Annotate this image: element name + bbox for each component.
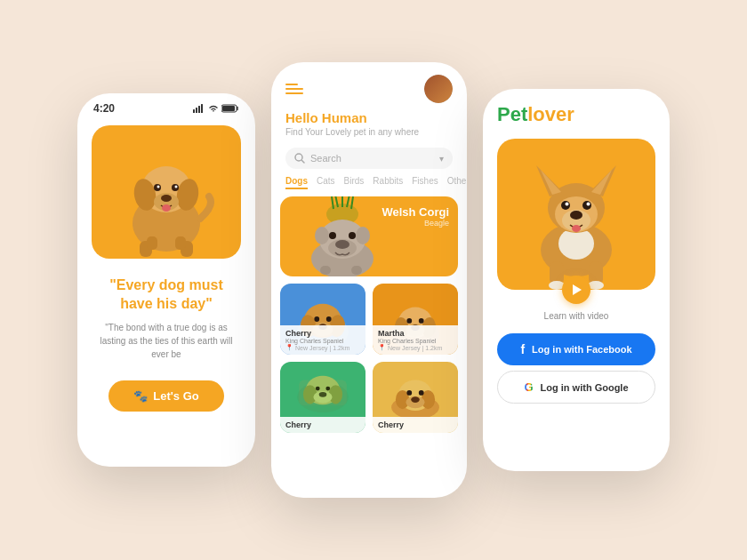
lets-go-button[interactable]: 🐾 Let's Go: [108, 380, 224, 412]
user-avatar[interactable]: [424, 75, 453, 103]
svg-point-11: [161, 195, 172, 202]
svg-rect-19: [147, 236, 157, 250]
svg-point-31: [356, 227, 370, 244]
svg-line-22: [302, 161, 305, 164]
tab-dogs[interactable]: Dogs: [285, 176, 308, 189]
phones-container: 4:20: [60, 44, 687, 516]
svg-rect-2: [198, 106, 200, 113]
google-icon: G: [524, 380, 533, 394]
tab-cats[interactable]: Cats: [317, 176, 335, 189]
quote-section: "Every dog must have his day" "The bond …: [77, 266, 255, 368]
top-bar: [271, 62, 467, 110]
cherry3-name: Cherry: [378, 420, 453, 429]
status-bar: 4:20: [77, 93, 255, 118]
svg-rect-5: [222, 106, 235, 111]
corgi-image: [518, 148, 634, 290]
google-btn-label: Log in with Google: [541, 382, 629, 393]
svg-point-66: [406, 390, 412, 396]
svg-point-42: [326, 316, 332, 322]
featured-label: Welsh Corgi Beagle: [382, 205, 449, 228]
pet-card-cherry3[interactable]: Cherry: [373, 362, 458, 433]
martha-location: 📍New Jersey | 1.2km: [378, 344, 453, 351]
main-quote: "Every dog must have his day": [92, 276, 241, 314]
svg-point-57: [319, 392, 327, 397]
paw-icon: 🐾: [133, 389, 148, 403]
featured-name: Welsh Corgi: [382, 205, 449, 219]
svg-rect-32: [320, 266, 331, 275]
time-display: 4:20: [93, 102, 115, 115]
dog-image-container: [92, 125, 241, 259]
pet-card-cherry2[interactable]: Cherry: [280, 362, 365, 433]
svg-point-58: [316, 387, 320, 391]
cherry3-dog-image: [373, 362, 458, 420]
cherry2-name: Cherry: [285, 420, 360, 429]
svg-rect-0: [193, 109, 195, 113]
google-login-button[interactable]: G Log in with Google: [497, 371, 655, 404]
play-triangle-icon: [573, 284, 582, 295]
phone-browse: Hello Human Find Your Lovely pet in any …: [271, 62, 467, 498]
sub-quote: "The bond with a true dog is as lasting …: [92, 321, 241, 361]
cherry-card-info: Cherry King Charles Spaniel 📍New Jersey …: [280, 325, 365, 355]
cherry2-dog-image: [280, 362, 365, 420]
svg-point-21: [295, 154, 302, 161]
facebook-btn-label: Log in with Facebook: [532, 344, 631, 355]
martha-breed: King Charles Spaniel: [378, 338, 453, 344]
facebook-icon: f: [520, 342, 525, 356]
tab-fishes[interactable]: Fishes: [412, 176, 438, 189]
golden-retriever-image: [113, 134, 220, 259]
wifi-icon: [208, 105, 219, 113]
greeting-section: Hello Human Find Your Lovely pet in any …: [271, 110, 467, 142]
martha-card-info: Martha King Charles Spaniel 📍New Jersey …: [373, 325, 458, 355]
learn-video-text: Learn with video: [483, 311, 670, 321]
hamburger-menu[interactable]: [285, 84, 303, 94]
tab-rabbits[interactable]: Rabbits: [373, 176, 403, 189]
pet-card-cherry[interactable]: Cherry King Charles Spaniel 📍New Jersey …: [280, 284, 365, 355]
featured-breed: Beagle: [382, 219, 449, 228]
pet-card-martha[interactable]: Martha King Charles Spaniel 📍New Jersey …: [373, 284, 458, 355]
avatar-image: [424, 75, 453, 103]
svg-point-27: [335, 240, 349, 249]
martha-name: Martha: [378, 329, 453, 338]
logo-lover-text: lover: [527, 103, 574, 125]
svg-rect-33: [351, 266, 362, 275]
app-logo: Petlover: [497, 103, 655, 126]
lets-go-label: Let's Go: [153, 389, 199, 403]
search-icon: [294, 153, 305, 164]
play-button[interactable]: [562, 276, 590, 304]
cherry-location: 📍New Jersey | 1.2km: [285, 344, 360, 351]
svg-point-67: [419, 390, 424, 396]
status-icons: [193, 104, 239, 113]
tab-other[interactable]: Other: [447, 176, 467, 189]
cherry-name: Cherry: [285, 329, 360, 338]
featured-pet-card[interactable]: Welsh Corgi Beagle: [280, 196, 458, 276]
cherry-breed: King Charles Spaniel: [285, 338, 360, 344]
phone-login: Petlover: [483, 89, 670, 471]
svg-point-79: [582, 201, 591, 210]
svg-point-49: [406, 318, 412, 324]
svg-point-78: [561, 201, 570, 210]
svg-point-50: [419, 318, 424, 324]
svg-point-29: [349, 232, 356, 239]
small-pets-row2: Cherry Cherry: [280, 362, 458, 433]
corgi-image-container: [497, 139, 655, 290]
cherry2-card-info: Cherry: [280, 417, 365, 433]
search-placeholder: Search: [310, 153, 434, 164]
svg-point-16: [162, 204, 171, 212]
svg-point-81: [587, 203, 590, 206]
svg-point-80: [566, 203, 569, 206]
dropdown-arrow-icon: ▾: [439, 154, 444, 164]
svg-point-82: [572, 225, 581, 232]
facebook-login-button[interactable]: f Log in with Facebook: [497, 333, 655, 365]
svg-rect-1: [196, 108, 197, 113]
svg-point-14: [157, 186, 160, 188]
signal-icon: [193, 104, 205, 113]
phone-onboarding: 4:20: [77, 93, 255, 467]
app-header: Petlover: [483, 89, 670, 133]
small-pets-row1: Cherry King Charles Spaniel 📍New Jersey …: [280, 284, 458, 355]
svg-point-59: [325, 387, 330, 391]
battery-icon: [221, 104, 239, 113]
category-tabs: Dogs Cats Birds Rabbits Fishes Other: [271, 176, 467, 189]
svg-point-41: [314, 316, 319, 322]
tab-birds[interactable]: Birds: [344, 176, 365, 189]
search-bar[interactable]: Search ▾: [285, 148, 453, 169]
